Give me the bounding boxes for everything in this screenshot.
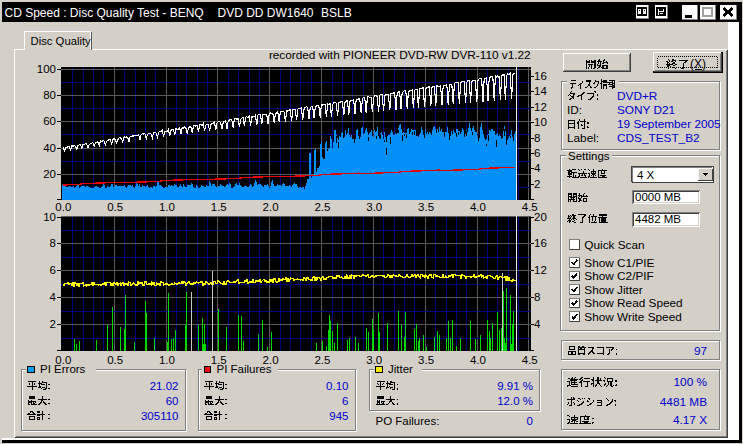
svg-text:Show Jitter: Show Jitter <box>584 283 642 297</box>
svg-text:2.5: 2.5 <box>314 201 330 213</box>
svg-text:3.0: 3.0 <box>366 354 382 366</box>
svg-text:6: 6 <box>342 395 348 407</box>
svg-text:4.0: 4.0 <box>470 201 486 213</box>
svg-text:Quick Scan: Quick Scan <box>584 238 644 252</box>
svg-text:20: 20 <box>534 211 547 223</box>
svg-text:60: 60 <box>166 395 179 407</box>
svg-text:4481 MB: 4481 MB <box>660 395 707 409</box>
svg-text:2.0: 2.0 <box>263 201 279 213</box>
svg-text:14: 14 <box>534 85 547 97</box>
svg-text:Jitter: Jitter <box>388 363 413 375</box>
svg-text:100 %: 100 % <box>674 375 708 389</box>
svg-text:1.0: 1.0 <box>159 354 175 366</box>
svg-text:3.5: 3.5 <box>418 354 434 366</box>
svg-text:40: 40 <box>43 142 56 154</box>
svg-text:10: 10 <box>43 211 56 223</box>
svg-text:0.10: 0.10 <box>326 380 348 392</box>
svg-text:Settings: Settings <box>568 150 610 162</box>
svg-text:2.5: 2.5 <box>314 354 330 366</box>
svg-text:1.0: 1.0 <box>159 201 175 213</box>
svg-text:(X): (X) <box>690 57 706 71</box>
svg-text:60: 60 <box>43 115 56 127</box>
svg-text:DVD+R: DVD+R <box>617 89 657 103</box>
svg-text:10: 10 <box>534 116 547 128</box>
svg-text:6: 6 <box>534 147 540 159</box>
svg-text:Disc Quality: Disc Quality <box>31 35 92 47</box>
svg-text:4482 MB: 4482 MB <box>635 213 681 225</box>
svg-text:8: 8 <box>534 291 540 303</box>
svg-text:0.0: 0.0 <box>55 201 71 213</box>
svg-text:PI Errors: PI Errors <box>40 363 86 375</box>
svg-text:9.91 %: 9.91 % <box>497 380 533 392</box>
svg-text:Label:: Label: <box>567 131 599 145</box>
svg-text:6: 6 <box>50 264 56 276</box>
svg-text:2: 2 <box>50 318 56 330</box>
svg-text:8: 8 <box>50 237 56 249</box>
svg-text:4.17 X: 4.17 X <box>673 413 707 427</box>
svg-text:20: 20 <box>43 168 56 180</box>
svg-text:PO Failures:: PO Failures: <box>376 415 440 427</box>
svg-text:Show C1/PIE: Show C1/PIE <box>584 256 654 270</box>
svg-text:0.5: 0.5 <box>107 354 123 366</box>
svg-text:945: 945 <box>329 410 348 422</box>
svg-text:Show C2/PIF: Show C2/PIF <box>584 269 654 283</box>
svg-text:4.5: 4.5 <box>522 354 538 366</box>
svg-text:21.02: 21.02 <box>150 380 179 392</box>
svg-text:19 September 2005: 19 September 2005 <box>617 117 721 131</box>
svg-text:16: 16 <box>534 237 547 249</box>
svg-text:4: 4 <box>534 318 541 330</box>
svg-text:8: 8 <box>534 132 540 144</box>
svg-text:4 X: 4 X <box>637 169 655 181</box>
svg-text:recorded with PIONEER DVD-RW: recorded with PIONEER DVD-RW DVR-110 v1.… <box>269 48 531 62</box>
svg-text:97: 97 <box>694 344 707 358</box>
svg-text:DVD DD DW1640: DVD DD DW1640 <box>218 6 314 20</box>
svg-text:Show Write Speed: Show Write Speed <box>584 310 682 324</box>
svg-text:12: 12 <box>534 264 547 276</box>
svg-text:BSLB: BSLB <box>321 6 352 20</box>
svg-text:SONY D21: SONY D21 <box>617 103 675 117</box>
svg-text:0.5: 0.5 <box>107 201 123 213</box>
svg-text:0000 MB: 0000 MB <box>635 191 681 203</box>
svg-text:16: 16 <box>534 70 547 82</box>
svg-text:Show Read Speed: Show Read Speed <box>584 296 682 310</box>
svg-text:4.0: 4.0 <box>470 354 486 366</box>
svg-text:CD Speed : Disc Quality Test -: CD Speed : Disc Quality Test - BENQ <box>5 6 204 20</box>
svg-text:12.0 %: 12.0 % <box>497 395 533 407</box>
svg-text:4: 4 <box>50 291 57 303</box>
svg-text:0: 0 <box>527 415 533 427</box>
svg-text:100: 100 <box>37 63 56 75</box>
svg-text:3.0: 3.0 <box>366 201 382 213</box>
svg-text:1.5: 1.5 <box>211 201 227 213</box>
svg-text:3.5: 3.5 <box>418 201 434 213</box>
svg-text:80: 80 <box>43 89 56 101</box>
svg-text:CDS_TEST_B2: CDS_TEST_B2 <box>617 131 700 145</box>
svg-text:2: 2 <box>534 178 540 190</box>
svg-text:4: 4 <box>534 162 541 174</box>
svg-text:305110: 305110 <box>141 410 179 422</box>
svg-text:ID:: ID: <box>567 103 582 117</box>
svg-text:12: 12 <box>534 101 547 113</box>
svg-text:PI Failures: PI Failures <box>217 363 272 375</box>
